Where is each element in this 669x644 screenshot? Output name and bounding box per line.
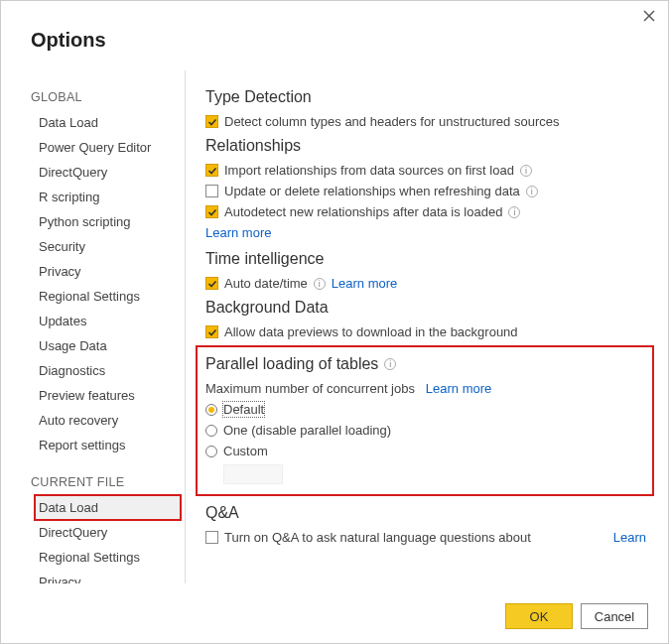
info-icon[interactable]: i: [384, 358, 396, 370]
label-radio-default: Default: [223, 402, 264, 417]
sidebar-item-usage-data[interactable]: Usage Data: [35, 333, 185, 358]
sidebar-item-python-scripting[interactable]: Python scripting: [35, 209, 185, 234]
options-dialog: Options GLOBAL Data Load Power Query Edi…: [0, 0, 669, 644]
label-radio-one: One (disable parallel loading): [223, 423, 391, 438]
sidebar-item-directquery-current[interactable]: DirectQuery: [35, 520, 185, 545]
link-parallel-learn-more[interactable]: Learn more: [426, 381, 491, 396]
info-icon[interactable]: i: [526, 186, 538, 197]
sidebar-item-regional-current[interactable]: Regional Settings: [35, 545, 185, 570]
sidebar-item-privacy-global[interactable]: Privacy: [35, 259, 185, 284]
sidebar-item-privacy-current[interactable]: Privacy: [35, 570, 185, 583]
input-custom-jobs[interactable]: [223, 464, 283, 484]
sidebar[interactable]: GLOBAL Data Load Power Query Editor Dire…: [21, 70, 185, 583]
radio-one[interactable]: [205, 425, 217, 437]
radio-custom[interactable]: [205, 446, 217, 457]
label-radio-custom: Custom: [223, 444, 268, 458]
highlight-parallel-loading: Parallel loading of tables i Maximum num…: [196, 345, 654, 496]
checkbox-allow-previews[interactable]: [205, 325, 218, 338]
sidebar-item-directquery-global[interactable]: DirectQuery: [35, 160, 185, 185]
section-qna: Q&A: [205, 504, 646, 522]
label-import-relationships: Import relationships from data sources o…: [224, 163, 514, 178]
sidebar-item-security[interactable]: Security: [35, 234, 185, 259]
checkbox-detect-column-types[interactable]: [205, 115, 218, 128]
section-type-detection: Type Detection: [205, 88, 646, 106]
info-icon[interactable]: i: [314, 278, 326, 290]
label-autodetect-relationships: Autodetect new relationships after data …: [224, 204, 502, 219]
sidebar-section-global: GLOBAL: [31, 90, 185, 104]
section-parallel-loading: Parallel loading of tables i: [205, 355, 644, 373]
sidebar-item-data-load-global[interactable]: Data Load: [35, 110, 185, 135]
link-relationships-learn-more[interactable]: Learn more: [205, 225, 271, 240]
info-icon[interactable]: i: [508, 206, 520, 218]
section-background-data: Background Data: [205, 299, 646, 317]
link-time-learn-more[interactable]: Learn more: [332, 276, 397, 291]
checkbox-qna[interactable]: [205, 531, 218, 544]
checkbox-update-relationships[interactable]: [205, 185, 218, 197]
section-relationships: Relationships: [205, 137, 646, 155]
link-qna-learn[interactable]: Learn: [613, 530, 646, 545]
dialog-footer: OK Cancel: [505, 603, 648, 629]
ok-button[interactable]: OK: [505, 603, 573, 629]
label-allow-previews: Allow data previews to download in the b…: [224, 324, 518, 339]
radio-default[interactable]: [205, 404, 217, 416]
sidebar-item-diagnostics[interactable]: Diagnostics: [35, 358, 185, 383]
sidebar-item-regional-global[interactable]: Regional Settings: [35, 284, 185, 309]
close-button[interactable]: [642, 9, 658, 25]
sidebar-item-updates[interactable]: Updates: [35, 309, 185, 333]
label-max-concurrent-jobs: Maximum number of concurrent jobs: [205, 381, 415, 396]
checkbox-autodetect-relationships[interactable]: [205, 205, 218, 218]
cancel-button[interactable]: Cancel: [581, 603, 648, 629]
sidebar-item-r-scripting[interactable]: R scripting: [35, 185, 185, 209]
content-panel[interactable]: Type Detection Detect column types and h…: [185, 70, 654, 583]
sidebar-item-power-query-editor[interactable]: Power Query Editor: [35, 135, 185, 160]
section-parallel-loading-label: Parallel loading of tables: [205, 355, 378, 373]
info-icon[interactable]: i: [520, 165, 532, 177]
section-time-intelligence: Time intelligence: [205, 250, 646, 268]
checkbox-import-relationships[interactable]: [205, 164, 218, 177]
label-update-relationships: Update or delete relationships when refr…: [224, 184, 520, 198]
sidebar-item-data-load-current[interactable]: Data Load: [35, 495, 181, 520]
label-auto-date-time: Auto date/time: [224, 276, 308, 291]
label-qna: Turn on Q&A to ask natural language ques…: [224, 530, 531, 545]
label-detect-column-types: Detect column types and headers for unst…: [224, 114, 559, 129]
sidebar-item-auto-recovery[interactable]: Auto recovery: [35, 408, 185, 433]
sidebar-item-preview-features[interactable]: Preview features: [35, 383, 185, 408]
sidebar-section-current-file: CURRENT FILE: [31, 475, 185, 489]
checkbox-auto-date-time[interactable]: [205, 277, 218, 290]
page-title: Options: [1, 1, 668, 52]
sidebar-item-report-settings[interactable]: Report settings: [35, 433, 185, 457]
